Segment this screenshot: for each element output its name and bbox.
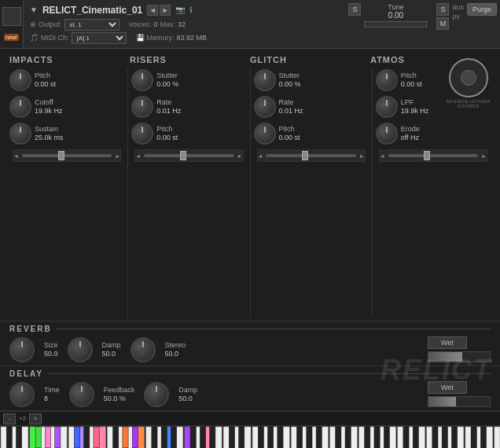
impacts-slider[interactable]: ◄ ► [13, 149, 121, 162]
risers-pitch-label: Pitch [156, 125, 178, 134]
instrument-title-row: ▼ RELICT_Cinematic_01 ◄ ► 📷 ℹ [30, 5, 339, 16]
delay-damp-knob[interactable] [144, 382, 169, 407]
risers-rate-value: 0.01 Hz [156, 107, 181, 116]
reverb-size-info: Size 50.0 [44, 341, 58, 358]
risers-pitch-knob[interactable] [131, 123, 153, 145]
glitch-slider-left[interactable]: ◄ [258, 153, 263, 159]
new-badge: new! [4, 34, 19, 41]
risers-stutter-knob[interactable] [131, 69, 153, 91]
impacts-sustain-knob[interactable] [9, 123, 31, 145]
tune-bar[interactable] [364, 21, 427, 28]
sections-row: IMPACTS RISERS GLITCH ATMOS [0, 49, 500, 64]
svg-rect-76 [307, 427, 312, 448]
atmos-erode-knob[interactable] [376, 123, 398, 145]
risers-slider[interactable]: ◄ ► [134, 149, 243, 162]
svg-rect-52 [494, 427, 500, 448]
svg-rect-73 [268, 427, 274, 448]
aux-label: aux [452, 3, 464, 11]
next-arrow[interactable]: ► [160, 5, 171, 16]
svg-rect-58 [74, 427, 79, 448]
glitch-pitch-value: 0.00 st [279, 134, 300, 142]
impacts-cutoff-label: Cutoff [35, 98, 63, 107]
risers-slider-thumb[interactable] [180, 151, 186, 160]
svg-rect-60 [94, 427, 99, 448]
midi-select[interactable]: [A] 1 [72, 32, 127, 44]
risers-slider-right[interactable]: ► [237, 153, 243, 159]
octave-plus-button[interactable]: + [29, 413, 42, 424]
glitch-slider-thumb[interactable] [302, 151, 308, 160]
atmos-slider-thumb[interactable] [424, 151, 430, 160]
reverb-header: REVERB [9, 325, 491, 333]
glitch-pitch-knob[interactable] [254, 123, 276, 145]
glitch-rate-info: Rate 0.01 Hz [279, 98, 303, 116]
risers-knob-row-0: Stutter 0.00 % [131, 68, 246, 93]
delay-wet-slider[interactable] [428, 396, 491, 407]
risers-rate-knob[interactable] [131, 96, 153, 118]
svg-rect-88 [471, 427, 476, 448]
reverb-size-knob[interactable] [9, 337, 35, 362]
reverb-wet-button[interactable]: Wet [428, 336, 467, 349]
atmos-pitch-value: 0.00 st [401, 80, 422, 89]
glitch-rate-knob[interactable] [254, 96, 276, 118]
keyboard-svg [0, 426, 500, 448]
delay-time-knob[interactable] [9, 382, 35, 407]
impacts-col-header: IMPACTS [9, 55, 130, 64]
risers-slider-left[interactable]: ◄ [135, 153, 141, 159]
glitch-stutter-knob[interactable] [254, 69, 276, 91]
impacts-slider-left[interactable]: ◄ [13, 153, 19, 159]
impacts-header: IMPACTS [9, 55, 53, 64]
glitch-slider-right[interactable]: ► [359, 153, 365, 159]
glitch-header: GLITCH [250, 55, 287, 64]
reverb-stereo-knob[interactable] [131, 337, 156, 362]
impacts-cutoff-knob[interactable] [9, 96, 31, 118]
top-bar: new! ▼ RELICT_Cinematic_01 ◄ ► 📷 ℹ ⊕ Out… [0, 0, 500, 49]
delay-feedback-info: Feedback 50.0 % [104, 386, 135, 403]
octave-minus-button[interactable]: - [3, 413, 16, 424]
impacts-pitch-label: Pitch [35, 72, 56, 80]
reverb-damp-info: Damp 50.0 [102, 341, 121, 358]
s-button[interactable]: S [348, 3, 361, 16]
risers-knob-row-1: Rate 0.01 Hz [131, 94, 246, 119]
atmos-slider-right[interactable]: ► [481, 153, 487, 159]
delay-damp-value: 50.0 [178, 395, 197, 403]
impacts-slider-thumb[interactable] [58, 151, 64, 160]
svg-rect-77 [316, 427, 322, 448]
impacts-cutoff-value: 19.9k Hz [35, 107, 63, 116]
m-button[interactable]: M [436, 17, 449, 30]
atmos-lpf-info: LPF 19.9k Hz [401, 98, 429, 116]
purge-button[interactable]: Purge [467, 3, 497, 16]
svg-rect-67 [190, 427, 196, 448]
voices-info: Voices: 0 Max: 32 [129, 20, 186, 28]
atmos-erode-value: off Hz [401, 134, 420, 142]
atmos-lpf-label: LPF [401, 98, 429, 107]
delay-damp-label: Damp [178, 386, 197, 395]
reverb-damp-knob[interactable] [68, 337, 93, 362]
midi-info: 🎵 MIDI Ch: [A] 1 [30, 32, 127, 44]
relict-watermark: RELICT [381, 354, 492, 387]
delay-feedback-value: 50.0 % [104, 395, 135, 403]
output-select[interactable]: st. 1 [64, 19, 119, 31]
atmos-lpf-knob[interactable] [376, 96, 398, 118]
prev-arrow[interactable]: ◄ [147, 5, 158, 16]
reverb-stereo-value: 50.0 [165, 350, 186, 358]
glitch-slider[interactable]: ◄ ► [257, 149, 366, 162]
s-button-2[interactable]: S [436, 3, 449, 16]
svg-rect-81 [374, 427, 380, 448]
delay-time-value: 8 [44, 395, 60, 403]
delay-feedback-knob[interactable] [69, 382, 94, 407]
memory-info: 💾 Memory: 83.92 MB [136, 34, 208, 42]
keyboard-wrapper [0, 426, 500, 448]
impacts-sustain-value: 25.0k ms [35, 134, 64, 142]
reverb-label: REVERB [9, 325, 52, 333]
atmos-pitch-knob[interactable] [376, 69, 398, 91]
svg-rect-66 [171, 427, 176, 448]
output-info: ⊕ Output: st. 1 [30, 19, 119, 31]
reverb-size-value: 50.0 [44, 350, 58, 358]
svg-rect-64 [152, 427, 157, 448]
atmos-slider[interactable]: ◄ ► [379, 149, 487, 162]
impacts-slider-right[interactable]: ► [115, 153, 120, 159]
impacts-pitch-knob[interactable] [9, 69, 31, 91]
glitch-stutter-label: Stutter [279, 72, 301, 80]
keyboard-controls: - +2 + [0, 412, 500, 426]
atmos-slider-left[interactable]: ◄ [380, 153, 385, 159]
